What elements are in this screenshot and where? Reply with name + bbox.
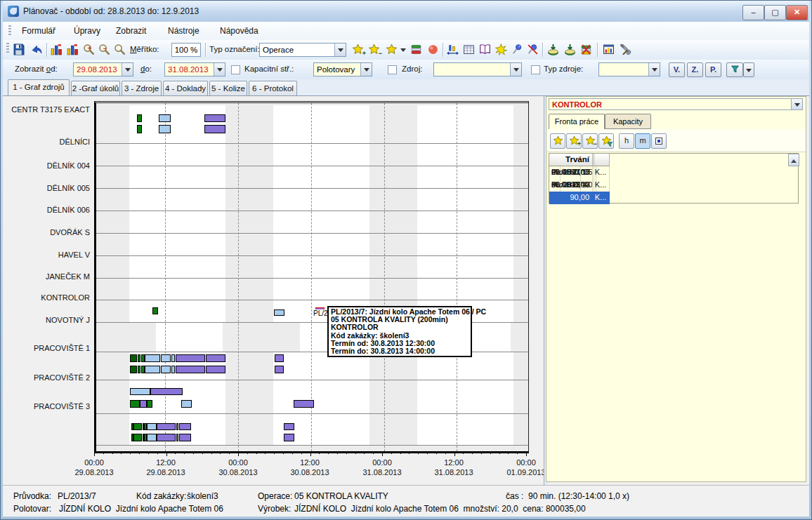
task-graph-icon[interactable] [65, 42, 81, 58]
square-toggle-button[interactable] [651, 133, 667, 149]
pin-icon[interactable] [510, 42, 525, 58]
book-icon[interactable] [478, 42, 493, 58]
tab-view-0[interactable]: 1 - Graf zdrojů [8, 79, 70, 95]
clear-stack-icon[interactable] [579, 42, 594, 58]
task-bar[interactable] [157, 434, 176, 441]
close-button[interactable]: ✕ [786, 5, 808, 20]
task-bar[interactable] [181, 400, 192, 408]
import-stack-icon[interactable] [546, 42, 561, 58]
task-bar[interactable] [204, 114, 225, 122]
mark-menu-icon[interactable] [384, 42, 400, 58]
chevron-down-icon[interactable] [648, 63, 660, 76]
hours-button[interactable]: h [619, 133, 634, 149]
task-bar[interactable] [137, 114, 142, 122]
task-bar[interactable] [294, 400, 314, 408]
task-bar[interactable] [161, 354, 171, 362]
source-type-checkbox[interactable] [531, 65, 540, 74]
chevron-down-icon[interactable] [360, 63, 372, 76]
task-bar[interactable] [206, 366, 225, 373]
task-bar[interactable] [159, 114, 171, 122]
mark-type-combo[interactable]: Operace [259, 43, 346, 57]
minutes-button[interactable]: m [635, 133, 650, 149]
z-button[interactable]: Z. [687, 62, 703, 77]
zoom-icon[interactable] [112, 42, 128, 58]
queue-star-add-icon[interactable]: + [566, 133, 582, 149]
zoom-out-icon[interactable]: − [97, 42, 112, 58]
layers-icon[interactable] [409, 42, 424, 58]
task-bar[interactable] [152, 307, 158, 314]
task-bar[interactable] [157, 423, 176, 430]
task-bar[interactable] [140, 400, 147, 408]
task-bar[interactable] [204, 125, 225, 133]
task-bar[interactable] [176, 366, 205, 373]
tab-view-3[interactable]: 4 - Doklady [163, 81, 208, 95]
import-all-icon[interactable] [563, 42, 578, 58]
source-combo[interactable] [433, 62, 522, 76]
tab-kapacity[interactable]: Kapacity [605, 114, 651, 129]
scale-input[interactable] [171, 43, 201, 57]
tools-icon[interactable] [618, 42, 634, 58]
chevron-down-icon[interactable] [334, 44, 346, 56]
source-type-combo[interactable] [598, 62, 660, 76]
task-bar[interactable] [147, 400, 152, 408]
task-bar[interactable] [275, 366, 284, 373]
task-bar[interactable] [138, 354, 140, 362]
minimize-button[interactable]: – [742, 5, 764, 20]
task-bar[interactable] [176, 354, 205, 362]
task-bar[interactable] [145, 354, 160, 362]
filter-button[interactable] [726, 62, 743, 77]
source-checkbox[interactable] [388, 65, 397, 74]
date-to-combo[interactable]: 31.08.2013 [164, 62, 225, 76]
task-bar[interactable] [206, 354, 225, 362]
menu-item-2[interactable]: Zobrazit [113, 25, 149, 36]
task-bar[interactable] [130, 388, 150, 395]
task-bar[interactable] [171, 354, 175, 362]
tab-fronta-prace[interactable]: Fronta práce [549, 114, 605, 130]
chevron-down-icon[interactable] [122, 63, 133, 76]
table-row[interactable]: ★30.08.201312:30-14:00 K...PL/2013/7škol… [549, 192, 788, 204]
mark-menu-caret-icon[interactable] [400, 48, 406, 55]
starburst-icon[interactable] [494, 42, 509, 58]
task-bar[interactable] [130, 354, 137, 362]
queue-star-remove-icon[interactable]: − [582, 133, 598, 149]
tab-view-4[interactable]: 5 - Kolize [209, 81, 247, 95]
task-bar[interactable] [133, 434, 142, 441]
task-bar[interactable] [130, 400, 140, 408]
report-icon[interactable] [601, 42, 617, 58]
task-bar[interactable] [147, 434, 157, 441]
mark-remove-icon[interactable]: − [367, 42, 382, 58]
collision-ball-icon[interactable] [426, 42, 441, 58]
undo-icon[interactable] [30, 42, 45, 58]
task-bar[interactable] [137, 125, 142, 133]
chevron-down-icon[interactable] [510, 63, 521, 76]
task-bar[interactable] [275, 354, 284, 362]
task-bar[interactable] [171, 366, 175, 373]
task-bar[interactable] [159, 125, 171, 133]
task-bar[interactable] [133, 423, 142, 430]
task-bar[interactable] [138, 366, 140, 373]
table-scroll-up-button[interactable] [788, 154, 799, 166]
menu-item-1[interactable]: Úpravy [71, 25, 103, 36]
task-bar[interactable] [176, 434, 178, 441]
unpin-icon[interactable] [525, 42, 541, 58]
capacity-combo[interactable]: Polotovary [313, 62, 372, 76]
resource-graph-icon[interactable] [49, 42, 65, 58]
menu-item-0[interactable]: Formulář [19, 25, 58, 36]
task-bar[interactable] [179, 434, 191, 441]
filter-menu-button[interactable] [743, 62, 754, 77]
maximize-button[interactable]: ▢ [764, 5, 786, 20]
date-from-combo[interactable]: 29.08.2013 [73, 62, 133, 76]
queue-star-filter-icon[interactable] [598, 133, 614, 149]
chevron-down-icon[interactable] [214, 63, 225, 76]
save-icon[interactable] [11, 42, 27, 58]
menu-item-3[interactable]: Nástroje [165, 25, 202, 36]
task-bar[interactable] [145, 366, 160, 373]
v-button[interactable]: V. [669, 62, 685, 77]
task-bar[interactable] [147, 423, 157, 430]
task-bar[interactable] [274, 309, 284, 316]
p-button[interactable]: P. [705, 62, 721, 77]
tab-view-2[interactable]: 3 - Zdroje [122, 81, 162, 95]
mark-add-icon[interactable]: + [351, 42, 366, 58]
zoom-in-icon[interactable]: + [81, 42, 97, 58]
table-row[interactable]: 29.08.201309:45-10:35 K...PL/2013/1škole… [549, 166, 788, 179]
